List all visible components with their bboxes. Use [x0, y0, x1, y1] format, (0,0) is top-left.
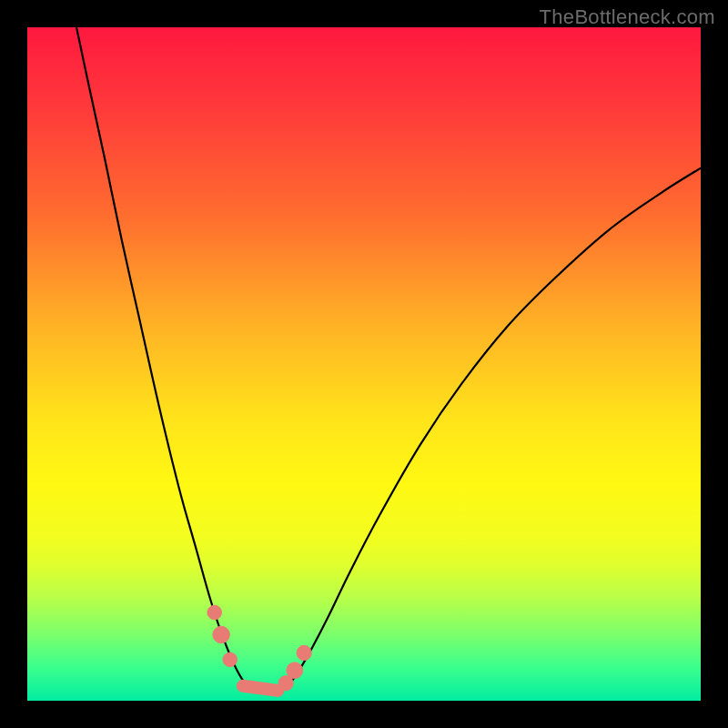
- data-marker: [207, 605, 222, 620]
- data-marker-elongated: [243, 686, 278, 691]
- chart-svg: [27, 27, 701, 701]
- curve-right: [278, 168, 701, 693]
- watermark-text: TheBottleneck.com: [540, 5, 715, 29]
- curve-left: [76, 27, 257, 693]
- data-marker: [287, 662, 303, 679]
- data-marker: [297, 645, 311, 660]
- marker-layer: [207, 605, 311, 691]
- data-marker: [223, 652, 238, 667]
- data-marker: [213, 626, 230, 643]
- curve-layer: [76, 27, 701, 693]
- plot-area: [27, 27, 701, 701]
